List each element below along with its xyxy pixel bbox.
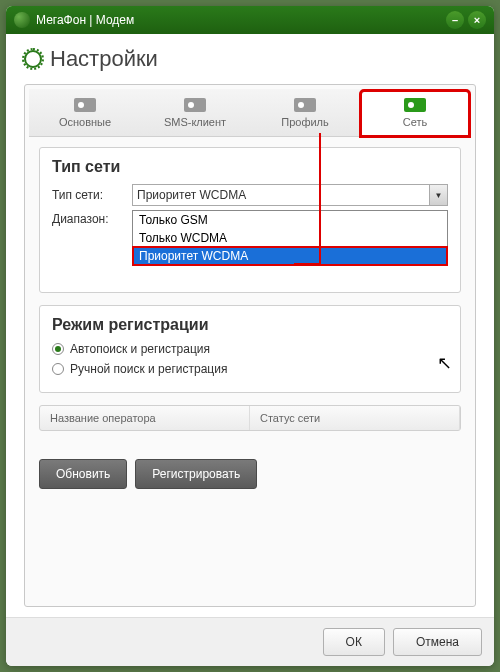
content-area: Настройки Основные SMS-клиент Профиль <box>6 34 494 617</box>
network-type-select[interactable]: Приоритет WCDMA ▼ <box>132 184 448 206</box>
network-type-dropdown[interactable]: Только GSM Только WCDMA Приоритет WCDMA <box>132 210 448 266</box>
settings-panel: Основные SMS-клиент Профиль Сеть Тип се <box>24 84 476 607</box>
tab-body: Тип сети Тип сети: Приоритет WCDMA ▼ Диа… <box>29 137 471 453</box>
close-button[interactable]: × <box>468 11 486 29</box>
action-buttons: Обновить Регистрировать <box>29 453 471 499</box>
minimize-button[interactable]: – <box>446 11 464 29</box>
annotation-arrow <box>294 263 321 265</box>
radio-icon <box>52 363 64 375</box>
operators-table-header: Название оператора Статус сети <box>39 405 461 431</box>
tab-sms[interactable]: SMS-клиент <box>141 91 249 136</box>
dialog-footer: ОК Отмена <box>6 617 494 666</box>
key-icon <box>294 98 316 112</box>
page-title: Настройки <box>24 46 476 72</box>
window-title: МегаФон | Модем <box>36 13 134 27</box>
ok-button[interactable]: ОК <box>323 628 385 656</box>
registration-heading: Режим регистрации <box>52 316 448 334</box>
cancel-button[interactable]: Отмена <box>393 628 482 656</box>
gear-icon <box>24 50 42 68</box>
app-window: МегаФон | Модем – × Настройки Основные S… <box>6 6 494 666</box>
key-icon <box>74 98 96 112</box>
register-button[interactable]: Регистрировать <box>135 459 257 489</box>
network-type-heading: Тип сети <box>52 158 448 176</box>
refresh-button[interactable]: Обновить <box>39 459 127 489</box>
radio-icon <box>52 343 64 355</box>
type-label: Тип сети: <box>52 188 132 202</box>
chevron-down-icon: ▼ <box>429 185 447 205</box>
registration-section: Режим регистрации Автопоиск и регистраци… <box>39 305 461 393</box>
col-status: Статус сети <box>250 406 460 430</box>
radio-auto[interactable]: Автопоиск и регистрация <box>52 342 448 356</box>
titlebar: МегаФон | Модем – × <box>6 6 494 34</box>
tab-profile[interactable]: Профиль <box>251 91 359 136</box>
tab-bar: Основные SMS-клиент Профиль Сеть <box>29 89 471 137</box>
option-wcdma-priority[interactable]: Приоритет WCDMA <box>133 247 447 265</box>
option-gsm-only[interactable]: Только GSM <box>133 211 447 229</box>
key-icon <box>184 98 206 112</box>
range-label: Диапазон: <box>52 212 132 226</box>
col-operator: Название оператора <box>40 406 250 430</box>
tab-network[interactable]: Сеть <box>361 91 469 136</box>
tab-basic[interactable]: Основные <box>31 91 139 136</box>
option-wcdma-only[interactable]: Только WCDMA <box>133 229 447 247</box>
network-type-section: Тип сети Тип сети: Приоритет WCDMA ▼ Диа… <box>39 147 461 293</box>
radio-manual[interactable]: Ручной поиск и регистрация <box>52 362 448 376</box>
app-logo-icon <box>14 12 30 28</box>
annotation-line <box>319 133 321 263</box>
key-icon <box>404 98 426 112</box>
